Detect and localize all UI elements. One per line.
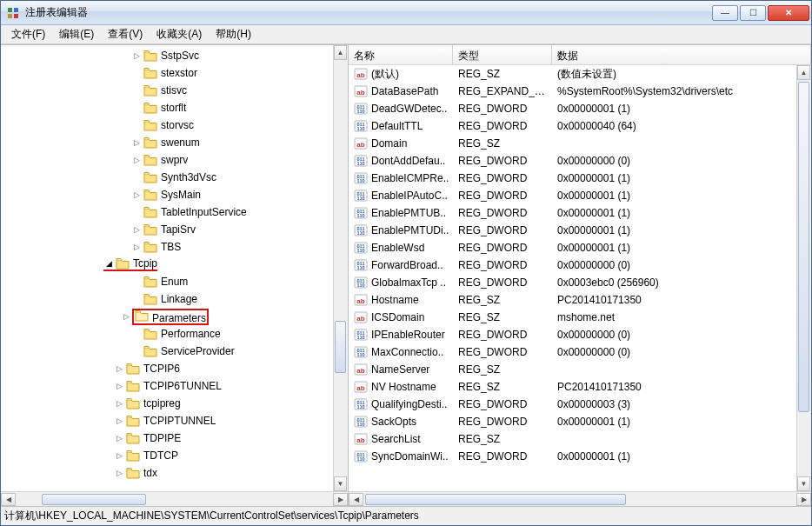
value-row[interactable]: 011 110 EnablePMTUB..REG_DWORD0x00000001…	[349, 204, 796, 222]
collapse-icon[interactable]: ◢	[103, 258, 114, 269]
tree-horizontal-scrollbar[interactable]: ◀ ▶	[1, 491, 348, 506]
expand-icon[interactable]: ▷	[131, 190, 142, 200]
tree-item[interactable]: Linkage	[1, 290, 333, 308]
folder-icon	[143, 50, 157, 62]
value-row[interactable]: 011 110 MaxConnectio..REG_DWORD0x0000000…	[349, 343, 796, 361]
tree-item-label: swenum	[161, 136, 200, 149]
value-row[interactable]: 011 110 EnableIPAutoC..REG_DWORD0x000000…	[349, 187, 796, 204]
value-type: REG_SZ	[453, 363, 552, 376]
reg-dword-icon: 011 110	[354, 449, 368, 463]
tree-item[interactable]: ◢ Tcpip	[1, 256, 333, 273]
list-vertical-scrollbar[interactable]: ▲ ▼	[796, 65, 811, 491]
value-row[interactable]: 011 110 DeadGWDetec..REG_DWORD0x00000001…	[349, 100, 796, 117]
minimize-button[interactable]: —	[712, 5, 738, 21]
tree-item[interactable]: TabletInputService	[1, 203, 333, 221]
value-row[interactable]: 011 110 SyncDomainWi..REG_DWORD0x0000000…	[349, 448, 796, 465]
expand-icon[interactable]: ▷	[114, 450, 124, 461]
expand-icon[interactable]: ▷	[131, 242, 142, 252]
scroll-up-arrow-icon[interactable]: ▲	[797, 65, 810, 80]
list-horizontal-scrollbar[interactable]: ◀ ▶	[349, 491, 811, 506]
scroll-right-arrow-icon[interactable]: ▶	[796, 493, 811, 506]
value-row[interactable]: 011 110 DefaultTTLREG_DWORD0x00000040 (6…	[349, 117, 796, 135]
value-row[interactable]: ab SearchListREG_SZ	[349, 430, 796, 448]
tree-item[interactable]: ▷ Parameters	[1, 308, 333, 325]
tree-item[interactable]: Performance	[1, 325, 333, 343]
value-row[interactable]: 011 110 IPEnableRouterREG_DWORD0x0000000…	[349, 326, 796, 343]
tree-item[interactable]: ▷ swprv	[1, 151, 333, 169]
tree-item[interactable]: stexstor	[1, 64, 333, 82]
value-row[interactable]: ab ICSDomainREG_SZmshome.net	[349, 309, 796, 326]
svg-rect-2	[8, 14, 12, 18]
tree-item[interactable]: ▷ TCPIP6TUNNEL	[1, 377, 333, 395]
folder-icon	[126, 449, 140, 462]
maximize-button[interactable]: ☐	[740, 5, 766, 21]
tree-item[interactable]: ▷ TCPIPTUNNEL	[1, 412, 333, 429]
value-row[interactable]: 011 110 DontAddDefau..REG_DWORD0x0000000…	[349, 152, 796, 170]
tree-item[interactable]: storflt	[1, 99, 333, 117]
value-row[interactable]: ab NameServerREG_SZ	[349, 361, 796, 378]
tree-item[interactable]: stisvc	[1, 82, 333, 99]
value-row[interactable]: 011 110 ForwardBroad..REG_DWORD0x0000000…	[349, 256, 796, 274]
value-row[interactable]: ab DataBasePathREG_EXPAND_SZ%SystemRoot%…	[349, 83, 796, 100]
column-type[interactable]: 类型	[453, 45, 552, 64]
tree-item[interactable]: Synth3dVsc	[1, 169, 333, 186]
menu-edit[interactable]: 编辑(E)	[52, 25, 101, 43]
svg-text:110: 110	[356, 265, 364, 270]
expand-icon[interactable]: ▷	[114, 381, 124, 391]
expand-icon[interactable]: ▷	[114, 363, 124, 374]
value-row[interactable]: ab HostnameREG_SZPC201410171350	[349, 291, 796, 309]
expand-icon[interactable]: ▷	[131, 137, 142, 148]
tree-item[interactable]: storvsc	[1, 117, 333, 134]
menu-favorites[interactable]: 收藏夹(A)	[150, 25, 209, 43]
scroll-left-arrow-icon[interactable]: ◀	[349, 493, 363, 506]
tree-item[interactable]: ▷ TDPIPE	[1, 429, 333, 447]
scroll-down-arrow-icon[interactable]: ▼	[334, 476, 347, 491]
close-button[interactable]: ✕	[768, 5, 809, 21]
value-row[interactable]: ab (默认)REG_SZ(数值未设置)	[349, 65, 796, 83]
tree-item[interactable]: ▷ SstpSvc	[1, 47, 333, 64]
expand-icon[interactable]: ▷	[131, 155, 142, 165]
value-row[interactable]: ab NV HostnameREG_SZPC201410171350	[349, 378, 796, 396]
tree-item[interactable]: ▷ TCPIP6	[1, 360, 333, 377]
expand-icon[interactable]: ▷	[121, 311, 131, 322]
tree-vertical-scrollbar[interactable]: ▲ ▼	[333, 45, 348, 491]
tree-item[interactable]: ▷ TBS	[1, 238, 333, 256]
value-name: IPEnableRouter	[371, 329, 445, 341]
tree-item[interactable]: ▷ tcpipreg	[1, 395, 333, 412]
menu-file[interactable]: 文件(F)	[4, 25, 52, 43]
expand-icon[interactable]: ▷	[131, 224, 142, 235]
tree-item[interactable]: ▷ TapiSrv	[1, 221, 333, 238]
value-row[interactable]: 011 110 GlobalmaxTcp ..REG_DWORD0x0003eb…	[349, 274, 796, 291]
expand-icon[interactable]: ▷	[114, 416, 124, 426]
tree-item[interactable]: ▷ swenum	[1, 134, 333, 151]
expand-icon[interactable]: ▷	[114, 398, 124, 409]
value-name: DataBasePath	[371, 85, 438, 97]
folder-icon	[143, 154, 157, 166]
values-list[interactable]: ab (默认)REG_SZ(数值未设置) ab DataBasePathREG_…	[349, 65, 796, 465]
tree-item[interactable]: Enum	[1, 273, 333, 290]
menu-view[interactable]: 查看(V)	[101, 25, 150, 43]
reg-string-icon: ab	[354, 136, 368, 150]
menu-help[interactable]: 帮助(H)	[209, 25, 258, 43]
scroll-right-arrow-icon[interactable]: ▶	[333, 493, 348, 506]
tree-item[interactable]: ServiceProvider	[1, 343, 333, 360]
column-data[interactable]: 数据	[552, 45, 811, 64]
tree-item[interactable]: ▷ TDTCP	[1, 447, 333, 464]
tree-item[interactable]: ▷ SysMain	[1, 186, 333, 203]
value-row[interactable]: 011 110 EnablePMTUDi..REG_DWORD0x0000000…	[349, 222, 796, 239]
scroll-left-arrow-icon[interactable]: ◀	[1, 493, 16, 506]
scroll-down-arrow-icon[interactable]: ▼	[797, 476, 810, 491]
expand-icon[interactable]: ▷	[114, 433, 124, 443]
value-row[interactable]: 011 110 QualifyingDesti..REG_DWORD0x0000…	[349, 396, 796, 413]
value-row[interactable]: 011 110 EnableWsdREG_DWORD0x00000001 (1)	[349, 239, 796, 256]
expand-icon[interactable]: ▷	[114, 468, 124, 478]
scroll-up-arrow-icon[interactable]: ▲	[334, 45, 347, 60]
registry-tree[interactable]: ▷ SstpSvc stexstor stisvc storflt storvs…	[1, 45, 333, 483]
tree-item[interactable]: ▷ tdx	[1, 464, 333, 482]
tree-item-label: Linkage	[161, 293, 197, 305]
expand-icon[interactable]: ▷	[131, 50, 142, 61]
value-row[interactable]: 011 110 SackOptsREG_DWORD0x00000001 (1)	[349, 413, 796, 430]
column-name[interactable]: 名称	[349, 45, 453, 64]
value-row[interactable]: ab DomainREG_SZ	[349, 135, 796, 152]
value-row[interactable]: 011 110 EnableICMPRe..REG_DWORD0x0000000…	[349, 170, 796, 187]
